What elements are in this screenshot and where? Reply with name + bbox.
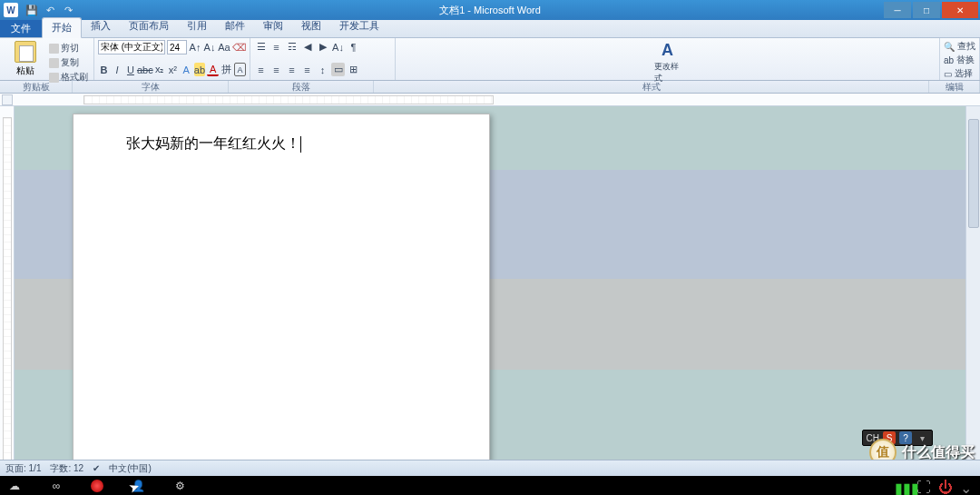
- text-cursor: [300, 136, 301, 153]
- paragraph-group: ☰ ≡ ☶ ◀ ▶ A↓ ¶ ≡ ≡ ≡ ≡ ↕ ▭ ⊞: [250, 38, 396, 80]
- dec-indent-icon[interactable]: ◀: [300, 40, 314, 54]
- document-text: 张大妈新的一年红红火火！: [126, 135, 300, 151]
- paste-label: 粘贴: [16, 64, 34, 77]
- language-status[interactable]: 中文(中国): [109, 462, 152, 475]
- quick-access-toolbar: 💾 ↶ ↷: [25, 4, 74, 16]
- styles-group: AaBbCcDc+正文AaBbCcDc+无间隔AaBbC标题 1AaBbCc标题…: [396, 38, 940, 80]
- format-painter-button[interactable]: 格式刷: [49, 71, 88, 84]
- underline-icon[interactable]: U: [125, 63, 137, 76]
- strike-icon[interactable]: abc: [138, 63, 152, 76]
- font-size-input[interactable]: [167, 40, 187, 54]
- styles-group-label: 样式: [374, 81, 929, 93]
- align-center-icon[interactable]: ≡: [270, 63, 283, 76]
- minimize-button[interactable]: ─: [884, 2, 911, 18]
- cut-icon: [49, 44, 59, 54]
- font-group-label: 字体: [73, 81, 229, 93]
- ribbon: 粘贴 剪切 复制 格式刷 A↑ A↓ Aa ⌫ B I U abc x₂ x² …: [0, 38, 980, 81]
- superscript-icon[interactable]: x²: [167, 63, 179, 76]
- scrollbar-thumb[interactable]: [968, 119, 979, 228]
- ruler-track: [83, 95, 494, 104]
- document-page[interactable]: 张大妈新的一年红红火火！: [73, 114, 490, 486]
- find-button[interactable]: 🔍查找: [944, 40, 975, 53]
- ribbon-tabs: 文件 开始插入页面布局引用邮件审阅视图开发工具: [0, 20, 980, 38]
- bold-icon[interactable]: B: [98, 63, 110, 76]
- window-controls: ─ □ ✕: [884, 2, 980, 18]
- shading-icon[interactable]: ▭: [331, 63, 345, 76]
- format-painter-icon: [49, 73, 59, 83]
- spellcheck-icon[interactable]: ✔: [93, 463, 100, 473]
- horizontal-ruler[interactable]: [0, 94, 980, 106]
- ruler-corner-icon[interactable]: [2, 94, 13, 105]
- paragraph-group-label: 段落: [229, 81, 374, 93]
- vertical-ruler[interactable]: [0, 106, 15, 486]
- copy-icon: [49, 58, 59, 68]
- bottom-toolbar: ☁ ∞ ➤ 👤 ⚙ ▮▮▮ ⛶ ⏻ ⌄: [0, 476, 980, 495]
- document-workspace: 张大妈新的一年红红火火！ CH S ? ▾ 值 什么值得买: [0, 106, 980, 486]
- select-icon: ▭: [944, 69, 952, 79]
- clear-format-icon[interactable]: ⌫: [232, 41, 246, 54]
- align-left-icon[interactable]: ≡: [254, 63, 268, 76]
- window-title: 文档1 - Microsoft Word: [439, 4, 541, 17]
- highlight-icon[interactable]: ab: [194, 63, 206, 76]
- file-tab[interactable]: 文件: [0, 19, 42, 37]
- subscript-icon[interactable]: x₂: [153, 63, 165, 76]
- toolbar-expand-icon[interactable]: ⌄: [960, 480, 973, 492]
- change-case-icon[interactable]: Aa: [218, 41, 230, 54]
- paste-button[interactable]: 粘贴: [4, 40, 47, 78]
- borders-icon[interactable]: ⊞: [347, 63, 360, 76]
- bullets-icon[interactable]: ☰: [254, 40, 268, 54]
- title-bar: W 💾 ↶ ↷ 文档1 - Microsoft Word ─ □ ✕: [0, 0, 980, 20]
- justify-icon[interactable]: ≡: [300, 63, 314, 76]
- toolbar-power-icon[interactable]: ⏻: [938, 480, 951, 492]
- align-right-icon[interactable]: ≡: [285, 63, 299, 76]
- tab-0[interactable]: 开始: [42, 17, 82, 38]
- settings-icon[interactable]: ⚙: [172, 479, 187, 493]
- close-button[interactable]: ✕: [942, 2, 978, 18]
- select-button[interactable]: ▭选择: [944, 67, 975, 80]
- char-border-icon[interactable]: A: [234, 63, 246, 76]
- replace-button[interactable]: ab替换: [944, 54, 975, 66]
- document-content[interactable]: 张大妈新的一年红红火火！: [74, 114, 489, 173]
- word-count[interactable]: 字数: 12: [50, 462, 83, 475]
- cloud-icon[interactable]: ☁: [7, 479, 22, 493]
- page-count[interactable]: 页面: 1/1: [5, 462, 41, 475]
- status-bar: 页面: 1/1 字数: 12 ✔ 中文(中国): [0, 460, 980, 476]
- editing-group-label: 编辑: [929, 81, 980, 93]
- ribbon-group-labels: 剪贴板 字体 段落 样式 编辑: [0, 81, 980, 94]
- record-icon[interactable]: [91, 480, 103, 492]
- change-styles-button[interactable]: A 更改样式: [654, 40, 681, 84]
- toolbar-fullscreen-icon[interactable]: ⛶: [916, 480, 929, 492]
- redo-icon[interactable]: ↷: [62, 4, 74, 16]
- line-spacing-icon[interactable]: ↕: [316, 63, 329, 76]
- show-marks-icon[interactable]: ¶: [347, 40, 360, 54]
- sort-icon[interactable]: A↓: [331, 40, 345, 54]
- inc-indent-icon[interactable]: ▶: [316, 40, 329, 54]
- copy-button[interactable]: 复制: [49, 56, 88, 69]
- font-group: A↑ A↓ Aa ⌫ B I U abc x₂ x² A ab A 拼 A: [94, 38, 250, 80]
- clipboard-group: 粘贴 剪切 复制 格式刷: [0, 38, 94, 80]
- find-icon: 🔍: [944, 42, 955, 52]
- text-effects-icon[interactable]: A: [181, 63, 192, 76]
- editing-group: 🔍查找 ab替换 ▭选择: [940, 38, 980, 80]
- phonetic-icon[interactable]: 拼: [220, 63, 232, 76]
- toolbar-signal-icon[interactable]: ▮▮▮: [895, 480, 907, 492]
- link-icon[interactable]: ∞: [49, 479, 64, 493]
- numbering-icon[interactable]: ≡: [270, 40, 283, 54]
- italic-icon[interactable]: I: [112, 63, 123, 76]
- word-app-icon: W: [4, 3, 18, 17]
- save-icon[interactable]: 💾: [25, 4, 38, 16]
- shrink-font-icon[interactable]: A↓: [203, 41, 216, 54]
- change-styles-icon: A: [658, 40, 678, 60]
- grow-font-icon[interactable]: A↑: [189, 41, 201, 54]
- font-name-input[interactable]: [98, 40, 165, 54]
- maximize-button[interactable]: □: [913, 2, 940, 18]
- font-color-icon[interactable]: A: [207, 63, 219, 76]
- undo-icon[interactable]: ↶: [44, 4, 56, 16]
- cut-button[interactable]: 剪切: [49, 42, 88, 54]
- multilevel-icon[interactable]: ☶: [285, 40, 299, 54]
- vertical-scrollbar[interactable]: [965, 106, 980, 486]
- paste-icon: [15, 41, 36, 63]
- replace-icon: ab: [944, 55, 954, 65]
